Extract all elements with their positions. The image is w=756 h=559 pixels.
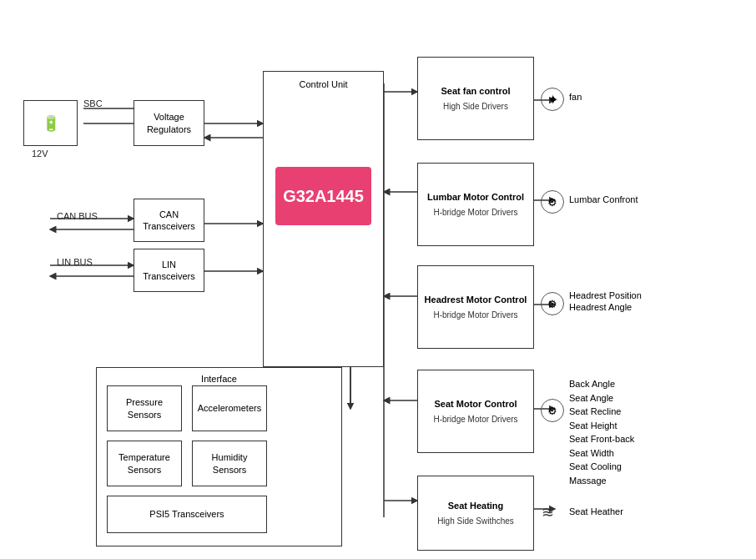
humidity-sensors-label: Humidity Sensors bbox=[196, 451, 263, 476]
battery-icon: 🔋 bbox=[42, 114, 60, 133]
lumbar-confront-label: Lumbar Confront bbox=[569, 194, 638, 204]
diagram: 🔋 SBC 12V CAN BUS LIN BUS Voltage Regula… bbox=[0, 0, 756, 559]
headrest-position-label: Headrest Position bbox=[569, 290, 642, 300]
lumbar-motor-sub: H-bridge Motor Drivers bbox=[433, 207, 517, 218]
headrest-motor-title: Headrest Motor Control bbox=[425, 294, 527, 305]
pressure-sensors-box: Pressure Sensors bbox=[107, 385, 182, 431]
massage-label: Massage bbox=[569, 474, 634, 488]
psi5-transceivers-box: PSI5 Transceivers bbox=[107, 496, 267, 533]
fan-icon: ✦ bbox=[541, 88, 564, 111]
interface-label: Interface bbox=[97, 373, 341, 385]
seat-cooling-label: Seat Cooling bbox=[569, 460, 634, 474]
seat-motor-box: Seat Motor Control H-bridge Motor Driver… bbox=[417, 370, 534, 453]
lin-transceivers-box: LIN Transceivers bbox=[134, 249, 204, 292]
chip-label: G32A1445 bbox=[283, 187, 364, 206]
seat-front-back-label: Seat Front-back bbox=[569, 432, 634, 446]
headrest-motor-icon: ⚙ bbox=[541, 292, 564, 315]
seat-motor-sub: H-bridge Motor Drivers bbox=[433, 414, 517, 425]
seat-fan-title: Seat fan control bbox=[441, 85, 510, 97]
can-transceivers-label: CAN Transceivers bbox=[138, 209, 200, 233]
temperature-sensors-box: Temperature Sensors bbox=[107, 441, 182, 486]
seat-heating-box: Seat Heating High Side Swithches bbox=[417, 476, 534, 551]
chip-box: G32A1445 bbox=[275, 167, 371, 225]
seat-recline-label: Seat Recline bbox=[569, 405, 634, 419]
seat-motor-icon: ⚙ bbox=[541, 399, 564, 422]
lumbar-motor-icon: ⚙ bbox=[541, 190, 564, 214]
seat-motor-title: Seat Motor Control bbox=[435, 398, 517, 410]
voltage-regulators-label: Voltage Regulators bbox=[138, 111, 200, 135]
sbc-label: SBC bbox=[83, 98, 103, 108]
battery-symbol: 🔋 bbox=[23, 100, 78, 146]
seat-angle-label: Seat Angle bbox=[569, 391, 634, 405]
seat-heather-label: Seat Heather bbox=[569, 506, 623, 516]
lin-bus-label: LIN BUS bbox=[57, 257, 93, 267]
voltage-regulators-box: Voltage Regulators bbox=[134, 100, 204, 146]
lumbar-motor-box: Lumbar Motor Control H-bridge Motor Driv… bbox=[417, 163, 534, 246]
humidity-sensors-box: Humidity Sensors bbox=[192, 441, 267, 486]
pressure-sensors-label: Pressure Sensors bbox=[111, 396, 178, 421]
heating-icon: ≋ bbox=[542, 503, 554, 521]
temperature-sensors-label: Temperature Sensors bbox=[111, 451, 178, 476]
can-bus-label: CAN BUS bbox=[57, 211, 98, 221]
lumbar-motor-title: Lumbar Motor Control bbox=[427, 191, 524, 203]
seat-heating-title: Seat Heating bbox=[448, 500, 504, 511]
back-angle-label: Back Angle bbox=[569, 377, 634, 391]
accelerometers-box: Accelerometers bbox=[192, 385, 267, 431]
headrest-motor-sub: H-bridge Motor Drivers bbox=[433, 310, 517, 320]
seat-heating-sub: High Side Swithches bbox=[437, 516, 514, 526]
accelerometers-label: Accelerometers bbox=[198, 402, 261, 414]
seat-height-label: Seat Height bbox=[569, 419, 634, 433]
fan-label: fan bbox=[569, 92, 582, 102]
lin-transceivers-label: LIN Transceivers bbox=[138, 259, 200, 283]
seat-fan-sub: High Side Drivers bbox=[443, 101, 508, 112]
control-unit-label: Control Unit bbox=[264, 78, 383, 90]
twelve-v-label: 12V bbox=[32, 149, 48, 159]
psi5-transceivers-label: PSI5 Transceivers bbox=[149, 508, 224, 520]
headrest-motor-box: Headrest Motor Control H-bridge Motor Dr… bbox=[417, 265, 534, 349]
can-transceivers-box: CAN Transceivers bbox=[134, 199, 204, 242]
headrest-angle-label: Headrest Angle bbox=[569, 302, 632, 312]
seat-fan-control-box: Seat fan control High Side Drivers bbox=[417, 57, 534, 140]
seat-width-label: Seat Width bbox=[569, 446, 634, 461]
